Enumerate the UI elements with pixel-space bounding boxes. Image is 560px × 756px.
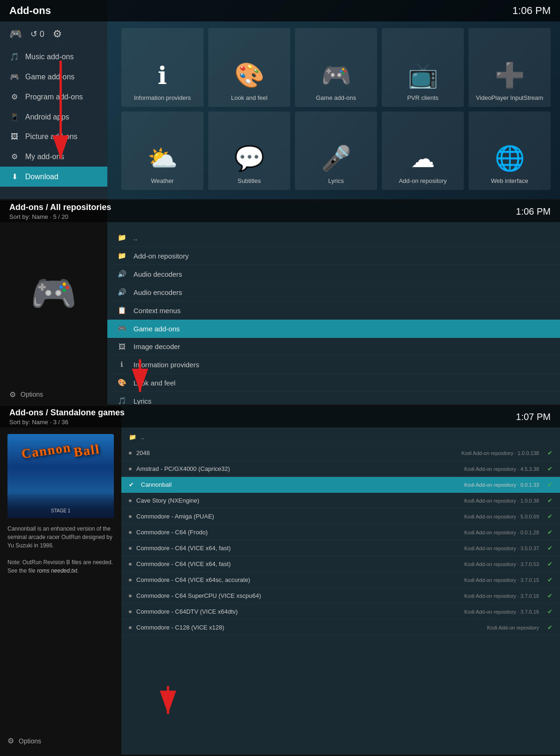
sidebar-1: 🎮 ↺ 0 ⚙ 🎵 Music add-ons 🎮 Game add-ons ⚙… [0,0,107,199]
sidebar-item-android[interactable]: 📱 Android apps [0,107,107,127]
sidebar-picture-label: Picture add-ons [25,133,77,141]
grid-subtitles-label: Subtitles [238,177,261,184]
p3-item-comm-amiga[interactable]: Commodore - Amiga (PUAE) Kodi Add-on rep… [121,509,560,525]
panel2-title: Add-ons / All repositories [9,203,111,212]
panel3-options: ⚙ Options [7,732,114,745]
grid-item-info[interactable]: ℹ Information providers [121,28,203,107]
list-item-audio-enc[interactable]: 🔊 Audio encoders [107,283,560,301]
bullet-c64-vice1 [129,547,132,550]
bullet-c64dtv [129,610,132,613]
grid-repo-label: Add-on repository [399,177,447,184]
bullet-cave [129,499,132,502]
folder-icon-2: 📁 [117,252,127,260]
grid-item-lyrics[interactable]: 🎤 Lyrics [295,112,377,190]
pvr-grid-icon: 📺 [408,61,438,90]
grid-item-gameaddon[interactable]: 🎮 Game add-ons [295,28,377,107]
list-item-dotdot[interactable]: 📁 .. [107,229,560,247]
grid-lyrics-label: Lyrics [328,177,343,184]
grid-item-weather[interactable]: ⛅ Weather [121,112,203,190]
list-item-lyrics[interactable]: 🎵 Lyrics [107,392,560,405]
grid-item-lookfeel[interactable]: 🎨 Look and feel [208,28,290,107]
check-c64dtv: ✔ [547,608,553,615]
list-item-lookfeel[interactable]: 🎨 Look and feel [107,374,560,392]
program-icon: ⚙ [9,92,20,101]
folder-icon: 📁 [117,233,127,242]
refresh-icon[interactable]: ↺ 0 [30,29,44,39]
check-amstrad: ✔ [547,465,553,472]
sidebar-controls: 🎮 ↺ 0 ⚙ [0,21,107,47]
videoplayer-grid-icon: ➕ [495,61,525,90]
panel3-sidebar: Cannon Ball STAGE 1 Cannonball is an enh… [0,406,121,755]
list-item-addon-repo[interactable]: 📁 Add-on repository [107,247,560,265]
panel2-time: 1:06 PM [516,206,551,217]
p3-item-2048[interactable]: 2048 Kodi Add-on repository · 1.0.0.138 … [121,445,560,461]
sidebar-item-picture[interactable]: 🖼 Picture add-ons [0,127,107,147]
options-label-3[interactable]: Options [19,737,41,745]
sidebar-item-download[interactable]: ⬇ Download [0,167,107,187]
panel2-list: 📁 .. 📁 Add-on repository 🔊 Audio decoder… [107,201,560,405]
p3-item-dotdot[interactable]: 📁 .. [121,429,560,445]
list-item-audio-dec[interactable]: 🔊 Audio decoders [107,265,560,283]
grid-lookfeel-label: Look and feel [231,94,267,101]
grid-videoplayer-label: VideoPlayer InputStream [476,94,543,101]
gameaddon-grid-icon: 🎮 [321,61,351,90]
info-grid-icon: ℹ [158,62,167,90]
bullet-c128 [129,626,132,629]
options-label[interactable]: Options [21,391,43,398]
picture-icon: 🖼 [9,133,20,141]
grid-item-repo[interactable]: ☁ Add-on repository [382,112,464,190]
sidebar-item-game[interactable]: 🎮 Game add-ons [0,67,107,87]
panel1-title: Add-ons [9,5,51,17]
p3-item-comm-c64-vice2[interactable]: Commodore - C64 (VICE x64, fast) Kodi Ad… [121,556,560,572]
p3-item-cannonball[interactable]: ✔ Cannonball Kodi Add-on repository · 0.… [121,477,560,493]
sidebar-item-music[interactable]: 🎵 Music add-ons [0,47,107,67]
grid-item-videoplayer[interactable]: ➕ VideoPlayer InputStream [469,28,551,107]
audio-dec-icon: 🔊 [117,270,127,278]
panel-3: Add-ons / Standalone games Sort by: Name… [0,406,560,756]
grid-info-label: Information providers [134,94,191,101]
panel2-subtitle: Sort by: Name · 5 / 20 [9,213,68,220]
sidebar-item-myaddon[interactable]: ⚙ My add-ons [0,147,107,167]
weather-grid-icon: ⛅ [147,144,178,173]
sidebar-item-program[interactable]: ⚙ Program add-ons [0,87,107,107]
lyrics-grid-icon: 🎤 [321,144,351,173]
bullet-c64-acc [129,579,132,581]
check-cave: ✔ [547,497,553,504]
folder-icon-p3: 📁 [129,434,136,441]
grid-item-web[interactable]: 🌐 Web interface [469,112,551,190]
myaddon-icon: ⚙ [9,152,20,161]
p3-item-comm-c64dtv[interactable]: Commodore - C64DTV (VICE x64dtv) Kodi Ad… [121,604,560,620]
bullet-c64-super [129,595,132,597]
grid-weather-label: Weather [151,177,174,184]
p3-item-amstrad[interactable]: Amstrad - PC/GX4000 (Caprice32) Kodi Add… [121,461,560,477]
checkmark-cannonball: ✔ [129,481,136,488]
list-item-image-dec[interactable]: 🖼 Image decoder [107,338,560,356]
addon-icon[interactable]: 🎮 [9,28,22,40]
settings-icon[interactable]: ⚙ [53,28,62,40]
panel1-time: 1:06 PM [512,5,551,17]
p3-item-cave-story[interactable]: Cave Story (NXEngine) Kodi Add-on reposi… [121,493,560,509]
list-item-game-addons[interactable]: 🎮 Game add-ons [107,320,560,338]
subtitles-grid-icon: 💬 [234,144,265,173]
grid-item-subtitles[interactable]: 💬 Subtitles [208,112,290,190]
panel-1: Add-ons 1:06 PM 🎮 ↺ 0 ⚙ 🎵 Music add-ons … [0,0,560,201]
check-c64-frodo: ✔ [547,529,553,536]
p3-item-comm-c64-vice1[interactable]: Commodore - C64 (VICE x64, fast) Kodi Ad… [121,540,560,556]
panel3-list: 📁 .. 2048 Kodi Add-on repository · 1.0.0… [121,406,560,755]
panel3-time: 1:07 PM [516,412,551,422]
main-grid: ℹ Information providers 🎨 Look and feel … [107,0,560,199]
list-item-info-prov[interactable]: ℹ Information providers [107,356,560,374]
panel3-header: Add-ons / Standalone games Sort by: Name… [0,406,560,427]
p3-item-comm-c64-acc[interactable]: Commodore - C64 (VICE x64sc, accurate) K… [121,572,560,588]
grid-item-pvr[interactable]: 📺 PVR clients [382,28,464,107]
web-grid-icon: 🌐 [495,144,525,173]
installed-check-cannonball: ✔ [547,481,553,488]
top-bar-1: Add-ons 1:06 PM [0,0,560,21]
sidebar-music-label: Music add-ons [25,53,74,61]
context-icon: 📋 [117,306,127,315]
p3-item-comm-c64-super[interactable]: Commodore - C64 SuperCPU (VICE xscpu64) … [121,588,560,604]
p3-item-comm-c128[interactable]: Commodore - C128 (VICE x128) Kodi Add-on… [121,620,560,636]
list-item-context[interactable]: 📋 Context menus [107,301,560,320]
panel-2: Add-ons / All repositories Sort by: Name… [0,201,560,406]
p3-item-comm-c64-frodo[interactable]: Commodore - C64 (Frodo) Kodi Add-on repo… [121,525,560,540]
